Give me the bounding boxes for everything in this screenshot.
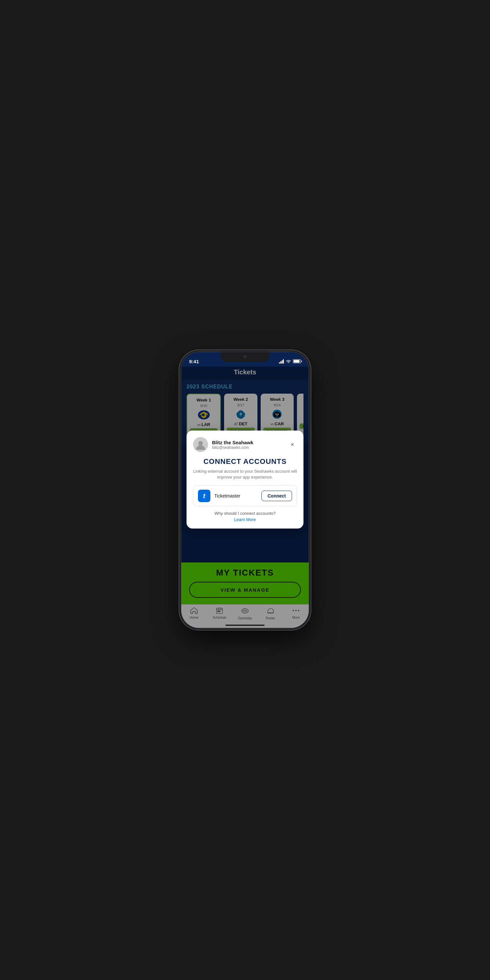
user-avatar [193, 437, 208, 452]
ticketmaster-account-row: t Ticketmaster Connect [193, 485, 297, 506]
svg-point-7 [198, 441, 203, 445]
connect-accounts-modal: Blitz the Seahawk blitz@seahawks.com × C… [186, 431, 304, 528]
phone-shell: 9:41 Tickets [181, 352, 309, 628]
signal-icon [279, 360, 284, 364]
screen: 9:41 Tickets [181, 352, 309, 628]
modal-title: CONNECT ACCOUNTS [193, 457, 297, 466]
ticketmaster-logo: t [198, 490, 210, 502]
status-icons [279, 359, 301, 364]
connect-button[interactable]: Connect [261, 491, 292, 501]
wifi-icon [286, 359, 291, 364]
ticketmaster-name: Ticketmaster [214, 493, 258, 498]
why-connect-text: Why should I connect accounts? [193, 511, 297, 516]
user-name: Blitz the Seahawk [212, 440, 284, 445]
front-camera [243, 355, 247, 358]
modal-header: Blitz the Seahawk blitz@seahawks.com × [193, 437, 297, 452]
close-modal-button[interactable]: × [288, 440, 297, 449]
notch [221, 352, 269, 362]
learn-more-link[interactable]: Learn More [193, 517, 297, 522]
status-time: 9:41 [189, 359, 199, 364]
user-info: Blitz the Seahawk blitz@seahawks.com [212, 440, 284, 450]
modal-description: Linking external account to your Seahawk… [193, 468, 297, 480]
battery-icon [293, 360, 301, 363]
user-email: blitz@seahawks.com [212, 445, 284, 450]
